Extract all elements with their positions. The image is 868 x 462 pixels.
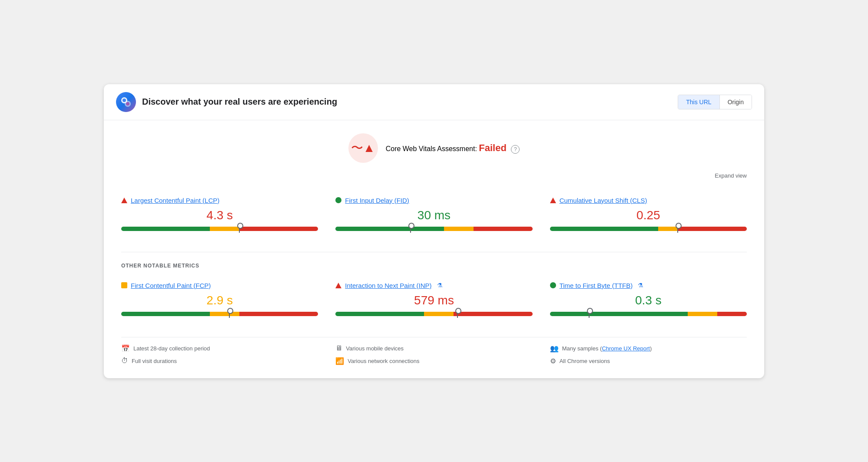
- metric-card-inp: Interaction to Next Paint (INP)⚗579 ms: [335, 277, 532, 324]
- needle-ttfb: [589, 310, 590, 318]
- metric-card-fcp: First Contentful Paint (FCP)2.9 s: [121, 277, 318, 324]
- footer-link-2[interactable]: Chrome UX Report: [602, 345, 650, 352]
- metric-name-fid[interactable]: First Input Delay (FID): [345, 197, 409, 204]
- expand-view: Expand view: [121, 172, 747, 179]
- metric-title-row-lcp: Largest Contentful Paint (LCP): [121, 197, 318, 204]
- footer-icon-2: 👥: [550, 344, 559, 353]
- metric-title-row-fid: First Input Delay (FID): [335, 197, 532, 204]
- metric-status-icon-cls: [550, 198, 556, 203]
- metric-card-ttfb: Time to First Byte (TTFB)⚗0.3 s: [550, 277, 747, 324]
- header: Discover what your real users are experi…: [104, 84, 764, 120]
- footer-item-0: 📅Latest 28-day collection period: [121, 344, 318, 353]
- footer-info: 📅Latest 28-day collection period🖥Various…: [121, 337, 747, 365]
- this-url-button[interactable]: This URL: [678, 95, 719, 109]
- footer-item-4: 📶Various network connections: [335, 357, 532, 365]
- metric-name-ttfb[interactable]: Time to First Byte (TTFB): [560, 282, 633, 289]
- assessment-header: 〜▲ Core Web Vitals Assessment: Failed ?: [121, 133, 747, 163]
- assessment-status: Failed: [479, 142, 507, 153]
- footer-icon-4: 📶: [335, 357, 344, 365]
- progress-bar-ttfb: [550, 312, 747, 316]
- help-icon[interactable]: ?: [511, 145, 520, 154]
- assessment-icon-bg: 〜▲: [348, 133, 378, 163]
- error-wave-icon: 〜▲: [351, 142, 375, 154]
- metric-status-icon-ttfb: [550, 282, 556, 288]
- other-metrics-grid: First Contentful Paint (FCP)2.9 sInterac…: [121, 277, 747, 324]
- needle-fcp: [229, 310, 230, 318]
- metric-card-fid: First Input Delay (FID)30 ms: [335, 192, 532, 239]
- metric-value-lcp: 4.3 s: [121, 208, 318, 222]
- needle-fid: [410, 225, 411, 233]
- metric-title-row-cls: Cumulative Layout Shift (CLS): [550, 197, 747, 204]
- footer-text-5: All Chrome versions: [560, 358, 610, 364]
- svg-point-2: [123, 99, 126, 102]
- footer-item-1: 🖥Various mobile devices: [335, 344, 532, 353]
- origin-button[interactable]: Origin: [719, 95, 752, 109]
- metric-name-inp[interactable]: Interaction to Next Paint (INP): [345, 282, 431, 289]
- lab-icon-inp: ⚗: [437, 282, 443, 289]
- metric-status-icon-fid: [335, 197, 341, 203]
- metric-status-icon-inp: [335, 283, 341, 288]
- footer-icon-0: 📅: [121, 344, 130, 353]
- other-metrics-label: OTHER NOTABLE METRICS: [121, 263, 747, 269]
- footer-text-4: Various network connections: [348, 358, 419, 364]
- metric-value-ttfb: 0.3 s: [550, 294, 747, 307]
- needle-cls: [677, 225, 678, 233]
- needle-lcp: [239, 225, 240, 233]
- metric-value-fcp: 2.9 s: [121, 294, 318, 307]
- progress-bar-fid: [335, 227, 532, 231]
- logo-icon: [116, 92, 136, 112]
- core-metrics-grid: Largest Contentful Paint (LCP)4.3 sFirst…: [121, 192, 747, 239]
- footer-icon-5: ⚙: [550, 357, 556, 365]
- main-content: 〜▲ Core Web Vitals Assessment: Failed ? …: [104, 120, 764, 378]
- footer-text-3: Full visit durations: [132, 358, 177, 364]
- page-wrapper: Discover what your real users are experi…: [104, 84, 764, 378]
- footer-icon-3: ⏱: [121, 357, 128, 365]
- metric-card-lcp: Largest Contentful Paint (LCP)4.3 s: [121, 192, 318, 239]
- progress-bar-cls: [550, 227, 747, 231]
- progress-bar-fcp: [121, 312, 318, 316]
- metric-value-inp: 579 ms: [335, 294, 532, 307]
- footer-text-0: Latest 28-day collection period: [133, 345, 210, 352]
- footer-text-1: Various mobile devices: [346, 345, 404, 352]
- metric-title-row-fcp: First Contentful Paint (FCP): [121, 282, 318, 289]
- metric-name-lcp[interactable]: Largest Contentful Paint (LCP): [131, 197, 219, 204]
- progress-bar-inp: [335, 312, 532, 316]
- metric-title-row-ttfb: Time to First Byte (TTFB)⚗: [550, 282, 747, 289]
- assessment-title-block: Core Web Vitals Assessment: Failed ?: [386, 142, 520, 154]
- footer-item-3: ⏱Full visit durations: [121, 357, 318, 365]
- url-origin-toggle[interactable]: This URL Origin: [678, 95, 752, 109]
- metric-value-cls: 0.25: [550, 208, 747, 222]
- metric-name-cls[interactable]: Cumulative Layout Shift (CLS): [560, 197, 647, 204]
- metric-name-fcp[interactable]: First Contentful Paint (FCP): [131, 282, 211, 289]
- metric-status-icon-fcp: [121, 282, 127, 288]
- header-left: Discover what your real users are experi…: [116, 92, 337, 112]
- progress-bar-lcp: [121, 227, 318, 231]
- footer-item-2: 👥Many samples (Chrome UX Report): [550, 344, 747, 353]
- metric-value-fid: 30 ms: [335, 208, 532, 222]
- svg-point-3: [126, 102, 129, 106]
- footer-icon-1: 🖥: [335, 344, 342, 352]
- footer-text-2: Many samples (Chrome UX Report): [562, 345, 652, 352]
- metric-card-cls: Cumulative Layout Shift (CLS)0.25: [550, 192, 747, 239]
- metric-status-icon-lcp: [121, 198, 127, 203]
- metric-title-row-inp: Interaction to Next Paint (INP)⚗: [335, 282, 532, 289]
- needle-inp: [457, 310, 458, 318]
- assessment-title-text: Core Web Vitals Assessment:: [386, 145, 477, 152]
- footer-item-5: ⚙All Chrome versions: [550, 357, 747, 365]
- header-title: Discover what your real users are experi…: [142, 97, 337, 107]
- expand-view-link[interactable]: Expand view: [715, 172, 747, 179]
- lab-icon-ttfb: ⚗: [638, 282, 643, 289]
- section-divider: [121, 252, 747, 252]
